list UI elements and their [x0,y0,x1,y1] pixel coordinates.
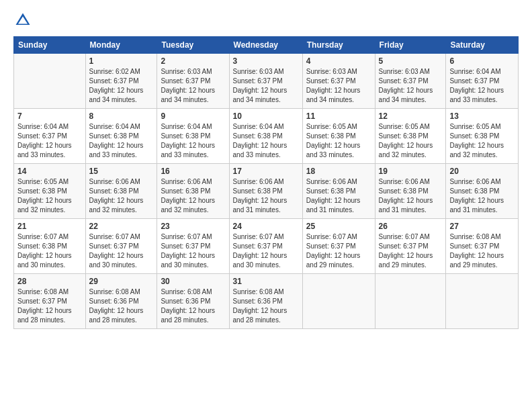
day-info: Sunrise: 6:06 AM Sunset: 6:38 PM Dayligh… [449,177,515,215]
day-number: 12 [379,111,443,121]
weekday-thursday: Thursday [302,37,375,54]
week-row-2: 7Sunrise: 6:04 AM Sunset: 6:37 PM Daylig… [14,109,519,164]
weekday-tuesday: Tuesday [157,37,229,54]
day-info: Sunrise: 6:07 AM Sunset: 6:37 PM Dayligh… [161,232,225,270]
calendar-cell: 8Sunrise: 6:04 AM Sunset: 6:38 PM Daylig… [85,109,157,164]
calendar-cell: 13Sunrise: 6:05 AM Sunset: 6:38 PM Dayli… [446,109,519,164]
day-info: Sunrise: 6:05 AM Sunset: 6:38 PM Dayligh… [306,122,371,160]
day-info: Sunrise: 6:07 AM Sunset: 6:37 PM Dayligh… [306,232,371,270]
day-info: Sunrise: 6:08 AM Sunset: 6:37 PM Dayligh… [17,287,82,325]
calendar-cell: 15Sunrise: 6:06 AM Sunset: 6:38 PM Dayli… [85,164,157,219]
calendar-cell: 17Sunrise: 6:06 AM Sunset: 6:38 PM Dayli… [229,164,302,219]
calendar-cell: 7Sunrise: 6:04 AM Sunset: 6:37 PM Daylig… [14,109,86,164]
day-number: 27 [449,222,515,231]
calendar-cell: 30Sunrise: 6:08 AM Sunset: 6:36 PM Dayli… [157,274,229,329]
calendar-cell: 5Sunrise: 6:03 AM Sunset: 6:37 PM Daylig… [375,54,446,109]
day-number: 23 [161,222,225,231]
day-info: Sunrise: 6:03 AM Sunset: 6:37 PM Dayligh… [379,67,443,105]
day-number: 14 [17,167,82,176]
calendar-cell [302,274,375,329]
calendar-cell: 26Sunrise: 6:07 AM Sunset: 6:37 PM Dayli… [375,219,446,274]
day-number: 10 [233,111,299,121]
calendar-cell: 3Sunrise: 6:03 AM Sunset: 6:37 PM Daylig… [229,54,302,109]
day-number: 30 [161,277,225,286]
day-number: 8 [89,111,154,121]
calendar-cell: 28Sunrise: 6:08 AM Sunset: 6:37 PM Dayli… [14,274,86,329]
day-info: Sunrise: 6:04 AM Sunset: 6:38 PM Dayligh… [161,122,225,160]
day-info: Sunrise: 6:06 AM Sunset: 6:38 PM Dayligh… [233,177,299,215]
day-number: 15 [89,167,154,176]
day-info: Sunrise: 6:03 AM Sunset: 6:37 PM Dayligh… [233,67,299,105]
day-info: Sunrise: 6:05 AM Sunset: 6:38 PM Dayligh… [379,122,443,160]
calendar-cell: 21Sunrise: 6:07 AM Sunset: 6:38 PM Dayli… [14,219,86,274]
day-info: Sunrise: 6:07 AM Sunset: 6:37 PM Dayligh… [89,232,154,270]
day-info: Sunrise: 6:07 AM Sunset: 6:38 PM Dayligh… [17,232,82,270]
day-info: Sunrise: 6:04 AM Sunset: 6:38 PM Dayligh… [89,122,154,160]
day-number: 7 [17,111,82,121]
day-info: Sunrise: 6:04 AM Sunset: 6:37 PM Dayligh… [449,67,515,105]
day-number: 21 [17,222,82,231]
day-info: Sunrise: 6:05 AM Sunset: 6:38 PM Dayligh… [17,177,82,215]
day-info: Sunrise: 6:03 AM Sunset: 6:37 PM Dayligh… [161,67,225,105]
calendar-cell: 6Sunrise: 6:04 AM Sunset: 6:37 PM Daylig… [446,54,519,109]
page: SundayMondayTuesdayWednesdayThursdayFrid… [0,0,532,340]
day-info: Sunrise: 6:08 AM Sunset: 6:36 PM Dayligh… [89,287,154,325]
day-info: Sunrise: 6:06 AM Sunset: 6:38 PM Dayligh… [161,177,225,215]
calendar-cell: 9Sunrise: 6:04 AM Sunset: 6:38 PM Daylig… [157,109,229,164]
weekday-header-row: SundayMondayTuesdayWednesdayThursdayFrid… [14,37,519,54]
calendar-cell: 2Sunrise: 6:03 AM Sunset: 6:37 PM Daylig… [157,54,229,109]
calendar-cell: 14Sunrise: 6:05 AM Sunset: 6:38 PM Dayli… [14,164,86,219]
day-info: Sunrise: 6:04 AM Sunset: 6:37 PM Dayligh… [17,122,82,160]
day-number: 9 [161,111,225,121]
day-number: 31 [233,277,299,286]
day-info: Sunrise: 6:06 AM Sunset: 6:38 PM Dayligh… [306,177,371,215]
day-info: Sunrise: 6:02 AM Sunset: 6:37 PM Dayligh… [89,67,154,105]
week-row-1: 1Sunrise: 6:02 AM Sunset: 6:37 PM Daylig… [14,54,519,109]
header [13,11,519,30]
weekday-friday: Friday [375,37,446,54]
day-number: 1 [89,56,154,66]
day-number: 22 [89,222,154,231]
day-info: Sunrise: 6:06 AM Sunset: 6:38 PM Dayligh… [379,177,443,215]
day-info: Sunrise: 6:05 AM Sunset: 6:38 PM Dayligh… [449,122,515,160]
day-info: Sunrise: 6:03 AM Sunset: 6:37 PM Dayligh… [306,67,371,105]
calendar-cell [446,274,519,329]
day-number: 25 [306,222,371,231]
day-number: 4 [306,56,371,66]
day-number: 6 [449,56,515,66]
logo [13,11,35,30]
calendar-cell: 19Sunrise: 6:06 AM Sunset: 6:38 PM Dayli… [375,164,446,219]
calendar-cell: 18Sunrise: 6:06 AM Sunset: 6:38 PM Dayli… [302,164,375,219]
calendar-cell: 10Sunrise: 6:04 AM Sunset: 6:38 PM Dayli… [229,109,302,164]
weekday-saturday: Saturday [446,37,519,54]
day-number: 26 [379,222,443,231]
day-number: 2 [161,56,225,66]
weekday-wednesday: Wednesday [229,37,302,54]
calendar-cell: 4Sunrise: 6:03 AM Sunset: 6:37 PM Daylig… [302,54,375,109]
day-number: 17 [233,167,299,176]
day-info: Sunrise: 6:07 AM Sunset: 6:37 PM Dayligh… [233,232,299,270]
weekday-sunday: Sunday [14,37,86,54]
calendar-cell: 22Sunrise: 6:07 AM Sunset: 6:37 PM Dayli… [85,219,157,274]
day-number: 28 [17,277,82,286]
logo-icon [13,11,32,30]
day-number: 18 [306,167,371,176]
day-info: Sunrise: 6:08 AM Sunset: 6:36 PM Dayligh… [161,287,225,325]
day-number: 19 [379,167,443,176]
week-row-3: 14Sunrise: 6:05 AM Sunset: 6:38 PM Dayli… [14,164,519,219]
calendar-cell: 16Sunrise: 6:06 AM Sunset: 6:38 PM Dayli… [157,164,229,219]
day-info: Sunrise: 6:07 AM Sunset: 6:37 PM Dayligh… [379,232,443,270]
day-info: Sunrise: 6:08 AM Sunset: 6:37 PM Dayligh… [449,232,515,270]
day-number: 20 [449,167,515,176]
calendar-cell [14,54,86,109]
day-info: Sunrise: 6:06 AM Sunset: 6:38 PM Dayligh… [89,177,154,215]
calendar-table: SundayMondayTuesdayWednesdayThursdayFrid… [13,36,519,329]
calendar-cell: 25Sunrise: 6:07 AM Sunset: 6:37 PM Dayli… [302,219,375,274]
day-number: 16 [161,167,225,176]
day-info: Sunrise: 6:04 AM Sunset: 6:38 PM Dayligh… [233,122,299,160]
day-info: Sunrise: 6:08 AM Sunset: 6:36 PM Dayligh… [233,287,299,325]
day-number: 11 [306,111,371,121]
calendar-cell: 20Sunrise: 6:06 AM Sunset: 6:38 PM Dayli… [446,164,519,219]
calendar-cell [375,274,446,329]
weekday-monday: Monday [85,37,157,54]
